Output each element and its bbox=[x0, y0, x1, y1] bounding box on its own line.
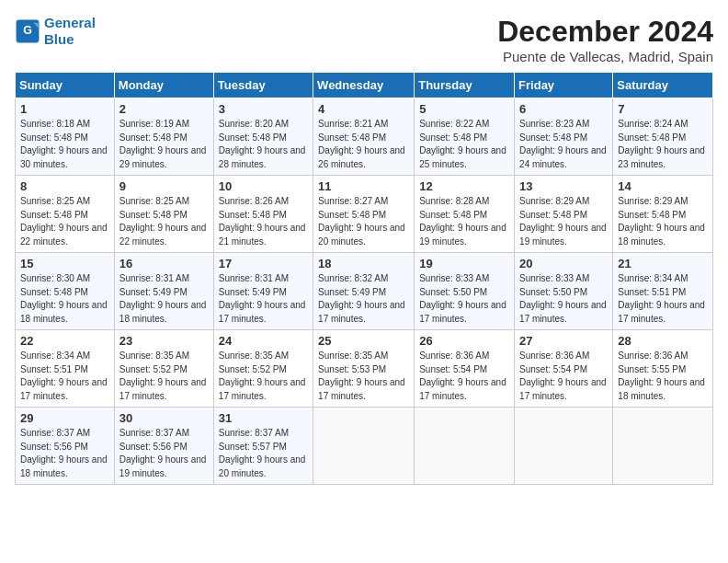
calendar-day-cell: 17Sunrise: 8:31 AM Sunset: 5:49 PM Dayli… bbox=[213, 253, 313, 330]
calendar-day-cell: 5Sunrise: 8:22 AM Sunset: 5:48 PM Daylig… bbox=[415, 98, 515, 176]
day-number: 27 bbox=[519, 334, 608, 348]
day-number: 9 bbox=[119, 179, 209, 193]
day-number: 1 bbox=[20, 102, 109, 116]
calendar-week-row: 15Sunrise: 8:30 AM Sunset: 5:48 PM Dayli… bbox=[16, 253, 713, 330]
day-info: Sunrise: 8:36 AM Sunset: 5:54 PM Dayligh… bbox=[519, 350, 608, 403]
day-number: 26 bbox=[419, 334, 509, 348]
day-number: 23 bbox=[119, 334, 209, 348]
day-info: Sunrise: 8:25 AM Sunset: 5:48 PM Dayligh… bbox=[20, 195, 109, 248]
day-info: Sunrise: 8:34 AM Sunset: 5:51 PM Dayligh… bbox=[618, 272, 708, 326]
calendar-day-cell: 8Sunrise: 8:25 AM Sunset: 5:48 PM Daylig… bbox=[16, 176, 115, 253]
calendar-day-cell: 7Sunrise: 8:24 AM Sunset: 5:48 PM Daylig… bbox=[613, 98, 713, 176]
day-info: Sunrise: 8:35 AM Sunset: 5:52 PM Dayligh… bbox=[219, 350, 308, 403]
day-info: Sunrise: 8:37 AM Sunset: 5:56 PM Dayligh… bbox=[20, 427, 109, 480]
day-info: Sunrise: 8:37 AM Sunset: 5:56 PM Dayligh… bbox=[119, 427, 209, 480]
day-info: Sunrise: 8:21 AM Sunset: 5:48 PM Dayligh… bbox=[318, 118, 409, 171]
column-header-saturday: Saturday bbox=[613, 73, 713, 98]
column-header-sunday: Sunday bbox=[16, 73, 115, 98]
calendar-day-cell: 29Sunrise: 8:37 AM Sunset: 5:56 PM Dayli… bbox=[16, 408, 115, 485]
calendar-day-cell: 22Sunrise: 8:34 AM Sunset: 5:51 PM Dayli… bbox=[16, 330, 115, 408]
day-number: 17 bbox=[219, 257, 308, 270]
day-number: 15 bbox=[20, 257, 109, 270]
day-number: 14 bbox=[618, 179, 708, 193]
day-number: 4 bbox=[318, 102, 409, 116]
calendar-day-cell: 21Sunrise: 8:34 AM Sunset: 5:51 PM Dayli… bbox=[613, 253, 713, 330]
day-info: Sunrise: 8:24 AM Sunset: 5:48 PM Dayligh… bbox=[618, 118, 708, 171]
calendar-header-row: SundayMondayTuesdayWednesdayThursdayFrid… bbox=[16, 73, 713, 98]
day-number: 11 bbox=[318, 179, 409, 193]
day-info: Sunrise: 8:32 AM Sunset: 5:49 PM Dayligh… bbox=[318, 272, 409, 326]
day-info: Sunrise: 8:31 AM Sunset: 5:49 PM Dayligh… bbox=[219, 272, 308, 326]
location-title: Puente de Vallecas, Madrid, Spain bbox=[497, 49, 713, 64]
logo: G General Blue bbox=[15, 15, 96, 48]
calendar-day-cell bbox=[515, 408, 613, 485]
title-area: December 2024 Puente de Vallecas, Madrid… bbox=[497, 15, 713, 64]
day-info: Sunrise: 8:23 AM Sunset: 5:48 PM Dayligh… bbox=[519, 118, 608, 171]
day-info: Sunrise: 8:18 AM Sunset: 5:48 PM Dayligh… bbox=[20, 118, 109, 171]
day-number: 3 bbox=[219, 102, 308, 116]
calendar-day-cell: 6Sunrise: 8:23 AM Sunset: 5:48 PM Daylig… bbox=[515, 98, 613, 176]
day-number: 12 bbox=[419, 179, 509, 193]
day-number: 16 bbox=[119, 257, 209, 270]
calendar-day-cell: 28Sunrise: 8:36 AM Sunset: 5:55 PM Dayli… bbox=[613, 330, 713, 408]
day-info: Sunrise: 8:33 AM Sunset: 5:50 PM Dayligh… bbox=[419, 272, 509, 326]
day-number: 24 bbox=[219, 334, 308, 348]
day-number: 10 bbox=[219, 179, 308, 193]
day-number: 5 bbox=[419, 102, 509, 116]
calendar-day-cell: 31Sunrise: 8:37 AM Sunset: 5:57 PM Dayli… bbox=[213, 408, 313, 485]
svg-text:G: G bbox=[23, 24, 32, 37]
calendar-day-cell: 19Sunrise: 8:33 AM Sunset: 5:50 PM Dayli… bbox=[415, 253, 515, 330]
calendar-day-cell: 24Sunrise: 8:35 AM Sunset: 5:52 PM Dayli… bbox=[213, 330, 313, 408]
day-number: 7 bbox=[618, 102, 708, 116]
day-info: Sunrise: 8:27 AM Sunset: 5:48 PM Dayligh… bbox=[318, 195, 409, 248]
calendar-day-cell: 18Sunrise: 8:32 AM Sunset: 5:49 PM Dayli… bbox=[313, 253, 415, 330]
logo-icon: G bbox=[15, 18, 40, 44]
month-title: December 2024 bbox=[497, 15, 713, 49]
calendar-day-cell: 16Sunrise: 8:31 AM Sunset: 5:49 PM Dayli… bbox=[114, 253, 213, 330]
day-number: 6 bbox=[519, 102, 608, 116]
day-info: Sunrise: 8:29 AM Sunset: 5:48 PM Dayligh… bbox=[618, 195, 708, 248]
calendar-day-cell bbox=[613, 408, 713, 485]
day-info: Sunrise: 8:19 AM Sunset: 5:48 PM Dayligh… bbox=[119, 118, 209, 171]
logo-text: General Blue bbox=[44, 15, 96, 48]
day-info: Sunrise: 8:35 AM Sunset: 5:52 PM Dayligh… bbox=[119, 350, 209, 403]
calendar-week-row: 22Sunrise: 8:34 AM Sunset: 5:51 PM Dayli… bbox=[16, 330, 713, 408]
day-number: 25 bbox=[318, 334, 409, 348]
day-info: Sunrise: 8:34 AM Sunset: 5:51 PM Dayligh… bbox=[20, 350, 109, 403]
calendar-week-row: 1Sunrise: 8:18 AM Sunset: 5:48 PM Daylig… bbox=[16, 98, 713, 176]
header: G General Blue December 2024 Puente de V… bbox=[15, 15, 713, 64]
day-number: 13 bbox=[519, 179, 608, 193]
day-info: Sunrise: 8:35 AM Sunset: 5:53 PM Dayligh… bbox=[318, 350, 409, 403]
day-number: 28 bbox=[618, 334, 708, 348]
day-info: Sunrise: 8:33 AM Sunset: 5:50 PM Dayligh… bbox=[519, 272, 608, 326]
day-info: Sunrise: 8:31 AM Sunset: 5:49 PM Dayligh… bbox=[119, 272, 209, 326]
calendar-day-cell: 23Sunrise: 8:35 AM Sunset: 5:52 PM Dayli… bbox=[114, 330, 213, 408]
calendar-day-cell bbox=[313, 408, 415, 485]
day-info: Sunrise: 8:29 AM Sunset: 5:48 PM Dayligh… bbox=[519, 195, 608, 248]
day-number: 31 bbox=[219, 411, 308, 425]
calendar-day-cell: 20Sunrise: 8:33 AM Sunset: 5:50 PM Dayli… bbox=[515, 253, 613, 330]
calendar-week-row: 29Sunrise: 8:37 AM Sunset: 5:56 PM Dayli… bbox=[16, 408, 713, 485]
day-number: 19 bbox=[419, 257, 509, 270]
column-header-friday: Friday bbox=[515, 73, 613, 98]
calendar-day-cell: 11Sunrise: 8:27 AM Sunset: 5:48 PM Dayli… bbox=[313, 176, 415, 253]
column-header-tuesday: Tuesday bbox=[213, 73, 313, 98]
calendar-day-cell: 1Sunrise: 8:18 AM Sunset: 5:48 PM Daylig… bbox=[16, 98, 115, 176]
calendar-day-cell: 26Sunrise: 8:36 AM Sunset: 5:54 PM Dayli… bbox=[415, 330, 515, 408]
column-header-thursday: Thursday bbox=[415, 73, 515, 98]
calendar-day-cell: 10Sunrise: 8:26 AM Sunset: 5:48 PM Dayli… bbox=[213, 176, 313, 253]
calendar-day-cell: 30Sunrise: 8:37 AM Sunset: 5:56 PM Dayli… bbox=[114, 408, 213, 485]
calendar-day-cell: 2Sunrise: 8:19 AM Sunset: 5:48 PM Daylig… bbox=[114, 98, 213, 176]
day-info: Sunrise: 8:28 AM Sunset: 5:48 PM Dayligh… bbox=[419, 195, 509, 248]
calendar-day-cell: 3Sunrise: 8:20 AM Sunset: 5:48 PM Daylig… bbox=[213, 98, 313, 176]
calendar-week-row: 8Sunrise: 8:25 AM Sunset: 5:48 PM Daylig… bbox=[16, 176, 713, 253]
day-number: 2 bbox=[119, 102, 209, 116]
day-info: Sunrise: 8:36 AM Sunset: 5:55 PM Dayligh… bbox=[618, 350, 708, 403]
calendar-day-cell: 4Sunrise: 8:21 AM Sunset: 5:48 PM Daylig… bbox=[313, 98, 415, 176]
logo-line1: General bbox=[44, 15, 96, 30]
calendar-day-cell: 25Sunrise: 8:35 AM Sunset: 5:53 PM Dayli… bbox=[313, 330, 415, 408]
day-info: Sunrise: 8:30 AM Sunset: 5:48 PM Dayligh… bbox=[20, 272, 109, 326]
calendar-day-cell: 12Sunrise: 8:28 AM Sunset: 5:48 PM Dayli… bbox=[415, 176, 515, 253]
calendar-day-cell bbox=[415, 408, 515, 485]
day-info: Sunrise: 8:37 AM Sunset: 5:57 PM Dayligh… bbox=[219, 427, 308, 480]
